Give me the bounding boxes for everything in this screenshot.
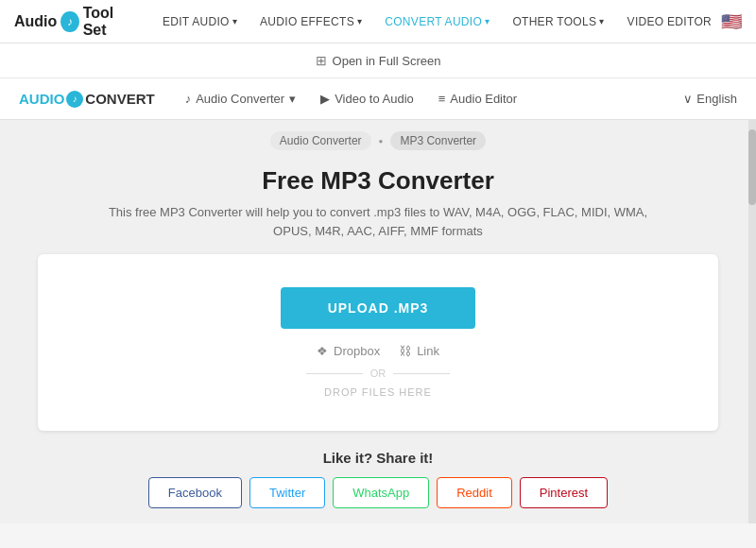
link-icon: ⛓	[399, 344, 411, 358]
facebook-share-button[interactable]: Facebook	[148, 477, 242, 508]
language-selector[interactable]: ∨ English	[683, 92, 737, 106]
breadcrumb-mp3-converter: MP3 Converter	[390, 131, 486, 150]
breadcrumb-audio-converter[interactable]: Audio Converter	[270, 131, 371, 150]
nav-item-other-tools[interactable]: OTHER TOOLS ▾	[503, 9, 613, 34]
share-buttons: Facebook Twitter WhatsApp Reddit Pintere…	[19, 477, 737, 508]
page-subtitle: This free MP3 Converter will help you to…	[94, 203, 662, 240]
reddit-share-button[interactable]: Reddit	[437, 477, 512, 508]
divider-line-right	[393, 373, 450, 374]
fullscreen-bar[interactable]: ⊞ Open in Full Screen	[0, 43, 756, 78]
chevron-down-icon: ▾	[357, 16, 362, 26]
play-icon: ▶	[320, 92, 330, 106]
inner-nav-audio-converter[interactable]: ♪ Audio Converter ▾	[174, 87, 307, 111]
nav-links: EDIT AUDIO ▾ AUDIO EFFECTS ▾ CONVERT AUD…	[153, 9, 721, 34]
chevron-down-icon: ▾	[232, 16, 237, 26]
pinterest-share-button[interactable]: Pinterest	[520, 477, 608, 508]
logo-text-before: Audio	[14, 13, 57, 30]
page-title-section: Free MP3 Converter This free MP3 Convert…	[0, 162, 756, 254]
upload-button[interactable]: UPLOAD .MP3	[281, 287, 476, 329]
or-label: OR	[370, 368, 387, 379]
share-title: Like it? Share it!	[19, 450, 737, 466]
expand-icon: ⊞	[316, 53, 327, 68]
inner-logo-convert: CONVERT	[85, 91, 154, 107]
upload-container: UPLOAD .MP3 ❖ Dropbox ⛓ Link OR DROP FIL…	[38, 254, 718, 431]
drop-files-label: DROP FILES HERE	[57, 386, 699, 398]
logo[interactable]: Audio ♪ Tool Set	[14, 5, 134, 39]
or-divider: OR	[57, 368, 699, 379]
scrollbar[interactable]	[748, 120, 756, 523]
sliders-icon: ≡	[438, 92, 446, 106]
share-section: Like it? Share it! Facebook Twitter What…	[0, 431, 756, 523]
top-navigation: Audio ♪ Tool Set EDIT AUDIO ▾ AUDIO EFFE…	[0, 0, 756, 43]
inner-logo-audio: AUDIO	[19, 91, 64, 107]
upload-options: ❖ Dropbox ⛓ Link	[57, 344, 699, 358]
chevron-down-icon: ∨	[683, 92, 693, 106]
page-title: Free MP3 Converter	[19, 166, 737, 196]
fullscreen-label: Open in Full Screen	[333, 54, 441, 68]
inner-navigation: AUDIO ♪ CONVERT ♪ Audio Converter ▾ ▶ Vi…	[0, 78, 756, 120]
inner-nav-links: ♪ Audio Converter ▾ ▶ Video to Audio ≡ A…	[174, 87, 684, 111]
dropbox-button[interactable]: ❖ Dropbox	[317, 344, 380, 358]
chevron-down-icon: ▾	[289, 92, 296, 106]
language-label: English	[696, 92, 737, 106]
breadcrumb: Audio Converter ● MP3 Converter	[0, 120, 756, 162]
scrollbar-thumb[interactable]	[748, 129, 756, 205]
nav-item-video-editor[interactable]: VIDEO EDITOR	[618, 9, 721, 34]
nav-item-convert-audio[interactable]: CONVERT AUDIO ▾	[375, 9, 499, 34]
nav-item-audio-effects[interactable]: AUDIO EFFECTS ▾	[250, 9, 371, 34]
link-button[interactable]: ⛓ Link	[399, 344, 439, 358]
language-flag[interactable]: 🇺🇸	[721, 11, 742, 32]
inner-logo-icon: ♪	[66, 91, 83, 108]
divider-line-left	[306, 373, 363, 374]
music-icon: ♪	[185, 92, 192, 106]
inner-nav-video-to-audio[interactable]: ▶ Video to Audio	[309, 87, 425, 111]
main-content: Audio Converter ● MP3 Converter Free MP3…	[0, 120, 756, 523]
inner-nav-audio-editor[interactable]: ≡ Audio Editor	[427, 87, 528, 111]
chevron-down-icon: ▾	[485, 16, 490, 26]
logo-text-after: Tool Set	[83, 5, 134, 39]
breadcrumb-separator: ●	[379, 137, 384, 146]
logo-icon: ♪	[60, 11, 78, 32]
dropbox-icon: ❖	[317, 344, 328, 358]
twitter-share-button[interactable]: Twitter	[249, 477, 325, 508]
nav-item-edit-audio[interactable]: EDIT AUDIO ▾	[153, 9, 247, 34]
whatsapp-share-button[interactable]: WhatsApp	[333, 477, 429, 508]
inner-logo[interactable]: AUDIO ♪ CONVERT	[19, 91, 155, 108]
chevron-down-icon: ▾	[599, 16, 604, 26]
